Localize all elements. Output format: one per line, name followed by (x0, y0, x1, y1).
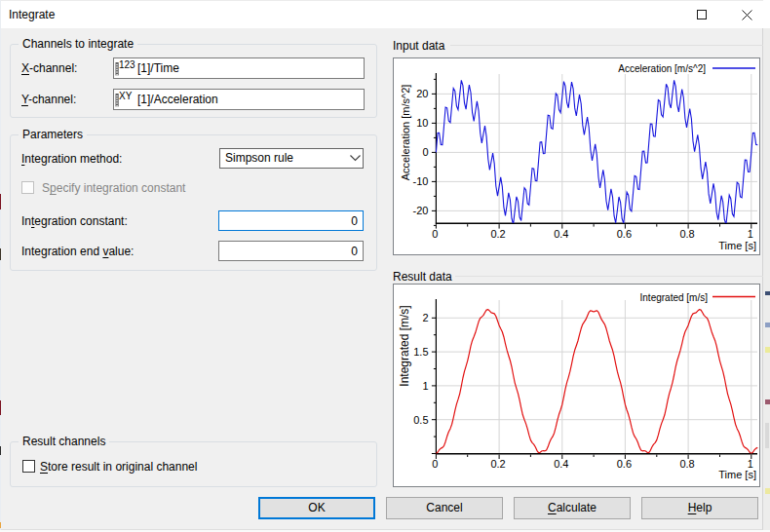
svg-text:0.2: 0.2 (490, 458, 505, 470)
svg-text:XY: XY (119, 91, 133, 101)
svg-text:1: 1 (748, 228, 753, 240)
svg-text:1: 1 (422, 380, 428, 392)
svg-text:0.4: 0.4 (554, 228, 568, 240)
svg-text:10: 10 (416, 117, 428, 129)
svg-text:-20: -20 (413, 205, 429, 216)
svg-text:Integrated [m/s]: Integrated [m/s] (640, 292, 709, 303)
svg-text:0.6: 0.6 (617, 458, 632, 470)
svg-text:Time [s]: Time [s] (718, 469, 756, 480)
svg-text:Time [s]: Time [s] (718, 240, 756, 251)
svg-text:0: 0 (432, 228, 438, 240)
svg-text:1: 1 (748, 458, 753, 470)
svg-text:Acceleration [m/s^2]: Acceleration [m/s^2] (400, 85, 411, 181)
svg-text:-10: -10 (413, 175, 429, 187)
svg-text:20: 20 (416, 88, 428, 99)
svg-text:0.8: 0.8 (679, 228, 694, 240)
svg-text:Acceleration [m/s^2]: Acceleration [m/s^2] (618, 63, 706, 74)
svg-text:0: 0 (432, 458, 438, 470)
svg-text:[1]/Time: [1]/Time (137, 61, 179, 75)
svg-text:0.6: 0.6 (617, 228, 632, 240)
svg-text:0.4: 0.4 (554, 458, 568, 470)
svg-text:[1]/Acceleration: [1]/Acceleration (137, 93, 218, 106)
svg-text:1.5: 1.5 (413, 346, 428, 358)
svg-text:0.2: 0.2 (490, 228, 505, 240)
svg-text:Integrated [m/s]: Integrated [m/s] (398, 305, 411, 386)
svg-text:0.5: 0.5 (413, 414, 428, 426)
svg-text:0: 0 (422, 146, 428, 158)
svg-text:0.8: 0.8 (679, 458, 694, 470)
svg-text:2: 2 (422, 312, 428, 323)
svg-text:123: 123 (119, 59, 135, 70)
